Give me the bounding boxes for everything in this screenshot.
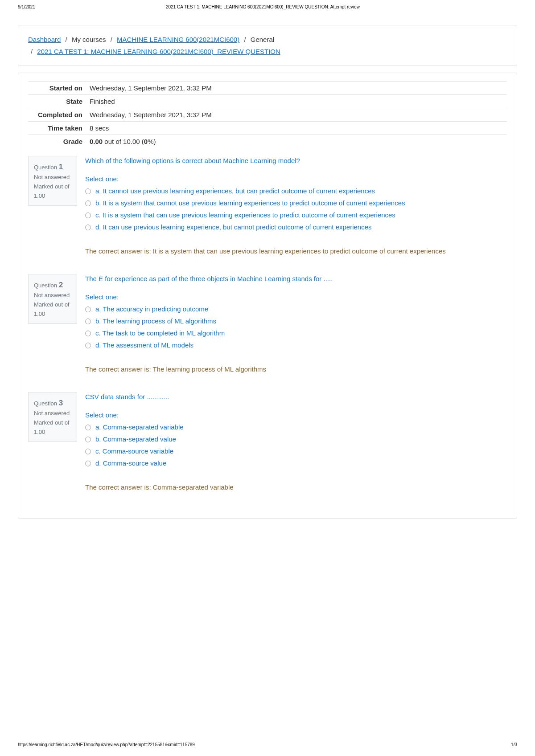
question-mark: Marked out of 1.00 [34,182,71,201]
radio-icon[interactable] [85,212,91,218]
option-item[interactable]: d. Comma-source value [85,459,507,467]
question-info: Question 2Not answeredMarked out of 1.00 [28,274,77,324]
option-label: c. It is a system that can use previous … [95,211,395,219]
radio-icon[interactable] [85,188,91,194]
started-label: Started on [28,82,86,95]
radio-icon[interactable] [85,331,91,336]
select-one-prompt: Select one: [85,175,507,183]
radio-icon[interactable] [85,343,91,348]
select-one-prompt: Select one: [85,293,507,301]
question-status: Not answered [34,409,71,418]
option-item[interactable]: c. It is a system that can use previous … [85,211,507,219]
question-content: Which of the following options is correc… [85,156,507,256]
option-label: d. Comma-source value [95,459,166,467]
correct-answer: The correct answer is: It is a system th… [85,246,507,257]
option-item[interactable]: c. Comma-source variable [85,447,507,455]
question-number: Question 1 [34,161,71,173]
option-label: c. The task to be completed in ML algori… [95,329,225,337]
breadcrumb-activity[interactable]: 2021 CA TEST 1: MACHINE LEARNING 600(202… [37,48,280,55]
option-label: b. It is a system that cannot use previo… [95,199,405,207]
option-item[interactable]: a. Comma-separated variable [85,423,507,431]
breadcrumb-mycourses: My courses [72,36,106,43]
option-item[interactable]: b. It is a system that cannot use previo… [85,199,507,207]
option-item[interactable]: a. The accuracy in predicting outcome [85,305,507,313]
completed-label: Completed on [28,108,86,122]
question-number: Question 2 [34,279,71,291]
question-block: Question 1Not answeredMarked out of 1.00… [28,156,507,256]
attempt-summary: Started on Wednesday, 1 September 2021, … [28,81,507,148]
question-block: Question 3Not answeredMarked out of 1.00… [28,392,507,492]
question-info: Question 1Not answeredMarked out of 1.00 [28,156,77,206]
print-footer: https://learning.richfield.ac.za/HET/mod… [0,738,535,752]
option-list: a. Comma-separated variableb. Comma-sepa… [85,423,507,467]
radio-icon[interactable] [85,425,91,430]
time-value: 8 secs [86,122,507,135]
grade-value: 0.00 out of 10.00 (0%) [86,135,507,148]
option-label: b. The learning process of ML algorithms [95,317,216,325]
question-mark: Marked out of 1.00 [34,418,71,437]
question-text: The E for experience as part of the thre… [85,274,507,284]
option-list: a. The accuracy in predicting outcomeb. … [85,305,507,349]
print-url: https://learning.richfield.ac.za/HET/mod… [18,742,195,747]
option-item[interactable]: b. The learning process of ML algorithms [85,317,507,325]
print-title: 2021 CA TEST 1: MACHINE LEARNING 600(202… [35,4,490,9]
breadcrumb-card: Dashboard / My courses / MACHINE LEARNIN… [18,25,517,66]
option-item[interactable]: d. The assessment of ML models [85,341,507,349]
radio-icon[interactable] [85,200,91,206]
radio-icon[interactable] [85,461,91,466]
option-list: a. It cannot use previous learning exper… [85,187,507,231]
option-item[interactable]: c. The task to be completed in ML algori… [85,329,507,337]
option-label: a. Comma-separated variable [95,423,184,431]
print-page: 1/3 [511,742,517,747]
option-label: b. Comma-separated value [95,435,176,443]
breadcrumb-dashboard[interactable]: Dashboard [28,36,61,43]
question-block: Question 2Not answeredMarked out of 1.00… [28,274,507,374]
question-info: Question 3Not answeredMarked out of 1.00 [28,392,77,442]
breadcrumb-section: General [251,36,274,43]
state-label: State [28,95,86,108]
question-number: Question 3 [34,397,71,409]
print-header: 9/1/2021 2021 CA TEST 1: MACHINE LEARNIN… [0,0,535,12]
state-value: Finished [86,95,507,108]
radio-icon[interactable] [85,437,91,442]
question-status: Not answered [34,173,71,182]
radio-icon[interactable] [85,306,91,312]
option-item[interactable]: d. It can use previous learning experien… [85,223,507,231]
radio-icon[interactable] [85,449,91,454]
time-label: Time taken [28,122,86,135]
grade-label: Grade [28,135,86,148]
option-label: d. The assessment of ML models [95,341,193,349]
correct-answer: The correct answer is: Comma-separated v… [85,482,507,493]
completed-value: Wednesday, 1 September 2021, 3:32 PM [86,108,507,122]
option-item[interactable]: b. Comma-separated value [85,435,507,443]
review-card: Started on Wednesday, 1 September 2021, … [18,73,517,519]
breadcrumb: Dashboard / My courses / MACHINE LEARNIN… [28,33,507,57]
print-date: 9/1/2021 [18,4,35,9]
option-item[interactable]: a. It cannot use previous learning exper… [85,187,507,195]
breadcrumb-course[interactable]: MACHINE LEARNING 600(2021MCI600) [117,36,239,43]
question-status: Not answered [34,291,71,300]
question-mark: Marked out of 1.00 [34,300,71,319]
question-content: CSV data stands for ............Select o… [85,392,507,492]
question-text: Which of the following options is correc… [85,156,507,166]
select-one-prompt: Select one: [85,411,507,419]
question-content: The E for experience as part of the thre… [85,274,507,374]
option-label: a. It cannot use previous learning exper… [95,187,375,195]
option-label: c. Comma-source variable [95,447,173,455]
option-label: d. It can use previous learning experien… [95,223,372,231]
radio-icon[interactable] [85,319,91,324]
question-text: CSV data stands for ............ [85,392,507,402]
option-label: a. The accuracy in predicting outcome [95,305,208,313]
started-value: Wednesday, 1 September 2021, 3:32 PM [86,82,507,95]
radio-icon[interactable] [85,225,91,230]
correct-answer: The correct answer is: The learning proc… [85,364,507,375]
